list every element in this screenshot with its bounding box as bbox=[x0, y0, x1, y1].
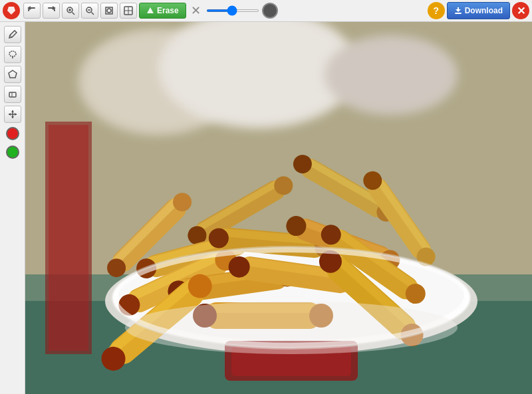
canvas-area[interactable] bbox=[25, 22, 532, 394]
svg-marker-26 bbox=[9, 113, 11, 116]
svg-point-8 bbox=[107, 9, 111, 13]
zoom-out-button[interactable] bbox=[81, 3, 98, 19]
svg-marker-24 bbox=[11, 110, 14, 112]
move-tool-button[interactable] bbox=[4, 106, 21, 123]
svg-marker-19 bbox=[9, 70, 17, 78]
zoom-reset-button[interactable] bbox=[120, 3, 137, 19]
help-icon: ? bbox=[433, 5, 439, 16]
svg-line-16 bbox=[10, 35, 12, 37]
svg-rect-15 bbox=[458, 7, 459, 11]
svg-point-17 bbox=[9, 51, 16, 56]
brush-size-slider-container bbox=[206, 3, 278, 19]
close-icon: ✕ bbox=[517, 5, 525, 17]
close-button[interactable]: ✕ bbox=[512, 2, 529, 19]
main-area bbox=[0, 22, 532, 394]
undo-button[interactable] bbox=[23, 3, 41, 19]
logo-button[interactable] bbox=[3, 2, 20, 19]
erase-label: Erase bbox=[157, 6, 179, 15]
food-image bbox=[25, 22, 532, 394]
polygon-tool-button[interactable] bbox=[4, 66, 21, 83]
svg-marker-12 bbox=[147, 7, 154, 13]
redo-button[interactable] bbox=[43, 3, 60, 19]
svg-rect-13 bbox=[455, 13, 462, 14]
svg-point-31 bbox=[325, 35, 458, 115]
toolbar: Erase ✕ ? Download ✕ bbox=[0, 0, 532, 22]
svg-rect-35 bbox=[49, 125, 88, 351]
brush-size-indicator bbox=[262, 3, 278, 19]
zoom-fit-button[interactable] bbox=[100, 3, 118, 19]
svg-point-99 bbox=[125, 301, 458, 354]
download-label: Download bbox=[465, 6, 503, 15]
draw-tool-button[interactable] bbox=[4, 26, 21, 43]
svg-marker-27 bbox=[15, 113, 17, 116]
svg-rect-20 bbox=[9, 92, 16, 97]
cancel-button[interactable]: ✕ bbox=[188, 3, 204, 19]
download-button[interactable]: Download bbox=[447, 2, 510, 19]
zoom-in-button[interactable] bbox=[62, 3, 79, 19]
red-color-swatch[interactable] bbox=[6, 127, 19, 140]
left-sidebar bbox=[0, 22, 25, 394]
green-color-swatch[interactable] bbox=[6, 146, 19, 159]
erase-button[interactable]: Erase bbox=[139, 3, 186, 19]
svg-line-1 bbox=[72, 13, 75, 15]
brush-size-slider[interactable] bbox=[206, 9, 259, 12]
lasso-tool-button[interactable] bbox=[4, 46, 21, 63]
cancel-icon: ✕ bbox=[191, 3, 201, 18]
eraser-tool-button[interactable] bbox=[4, 86, 21, 103]
svg-line-5 bbox=[92, 13, 94, 15]
svg-marker-25 bbox=[11, 116, 14, 118]
help-button[interactable]: ? bbox=[428, 2, 445, 19]
